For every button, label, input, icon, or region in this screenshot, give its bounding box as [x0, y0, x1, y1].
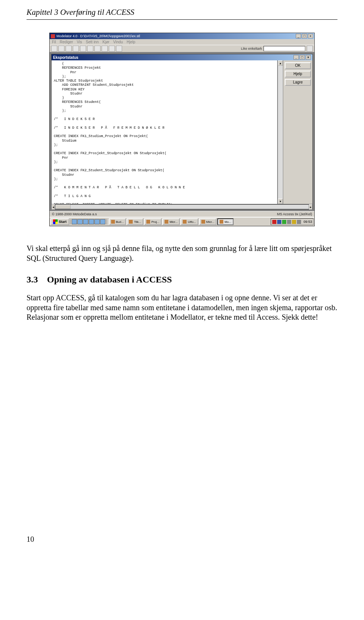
dialog-button-panel: OK Hjelp Lagre — [283, 60, 312, 204]
status-target: MS Access 9x (Jet/Kel) — [277, 212, 312, 216]
paragraph-intro: Vi skal etterpå gå inn og sjå på denne f… — [27, 244, 337, 263]
menu-item[interactable]: Sett inn — [86, 40, 99, 44]
task-icon — [111, 220, 115, 224]
horizontal-scrollbar[interactable]: ◄ ► — [52, 204, 312, 209]
app-status-bar: © 1988-2000 MetodeData a.s MS Access 9x … — [50, 211, 314, 217]
export-status-window: Eksportstatus _ □ × ( REFERENCES Prosjek… — [51, 54, 313, 210]
close-button[interactable]: × — [308, 34, 313, 38]
task-label: Proj... — [151, 220, 159, 224]
hscroll-thumb[interactable] — [55, 205, 71, 209]
taskbar-task-button[interactable]: Mo... — [217, 218, 234, 225]
tray-icon[interactable] — [282, 220, 286, 224]
task-icon — [129, 220, 133, 224]
windows-taskbar: Start Bud...Tilk...Proj...Micr...Utfo...… — [50, 217, 314, 226]
quick-launch-icon[interactable] — [100, 219, 105, 224]
menu-item[interactable]: Fil — [52, 40, 56, 44]
scroll-left-button[interactable]: ◄ — [52, 204, 55, 210]
menu-item[interactable]: Kjør — [102, 40, 109, 44]
quick-launch-icon[interactable] — [94, 219, 100, 224]
app-icon — [51, 34, 55, 38]
quick-launch-icon[interactable] — [77, 219, 83, 224]
toolbar-icon[interactable] — [80, 46, 86, 52]
task-icon — [201, 220, 205, 224]
toolbar-icon[interactable] — [73, 46, 79, 52]
child-minimize-button[interactable]: _ — [293, 55, 299, 60]
scrollbar-track[interactable] — [278, 66, 283, 199]
embedded-screenshot: Modelator 4.0 · D:\DATA\IS_20\MO\oppgave… — [49, 33, 315, 226]
menu-item[interactable]: Rediger — [60, 40, 73, 44]
child-maximize-button[interactable]: □ — [300, 55, 305, 60]
taskbar-task-button[interactable]: Micr... — [162, 218, 180, 225]
paragraph-body: Start opp ACCESS, gå til katalogen som d… — [27, 293, 337, 322]
quick-launch — [70, 219, 107, 224]
help-button[interactable]: Hjelp — [285, 71, 311, 77]
toolbar-icon[interactable] — [66, 46, 72, 52]
toolbar-icon[interactable] — [87, 46, 93, 52]
menu-item[interactable]: Vis — [77, 40, 82, 44]
scroll-down-button[interactable]: ▼ — [278, 199, 283, 204]
menu-bar: Fil Rediger Vis Sett inn Kjør Vindu Hjel… — [50, 39, 314, 45]
task-label: Utfo... — [188, 220, 196, 224]
app-title: Modelator 4.0 · D:\DATA\IS_20\MO\oppgave… — [56, 34, 140, 38]
toolbar-icon[interactable] — [58, 46, 64, 52]
section-number: 3.3 — [27, 275, 38, 285]
toolbar-field-label: Like enkeltark — [241, 47, 262, 50]
tray-icon[interactable] — [292, 220, 296, 224]
save-button[interactable]: Lagre — [285, 79, 311, 86]
toolbar-icon[interactable] — [102, 46, 108, 52]
mdi-area: Eksportstatus _ □ × ( REFERENCES Prosjek… — [50, 52, 314, 211]
task-icon — [220, 220, 223, 224]
tray-icon[interactable] — [277, 220, 281, 224]
system-tray: 09:53 — [271, 218, 314, 225]
task-label: Micr... — [169, 220, 177, 224]
toolbar-icon[interactable] — [116, 46, 122, 52]
task-label: Mo... — [224, 220, 231, 224]
toolbar-icon[interactable] — [94, 46, 100, 52]
taskbar-task-button[interactable]: Tilk... — [127, 218, 143, 225]
child-title: Eksportstatus — [53, 55, 78, 60]
sql-output-pane[interactable]: ( REFERENCES Prosjekt Pnr ); ALTER TABLE… — [52, 60, 278, 204]
taskbar-task-button[interactable]: Micr... — [199, 218, 217, 225]
scroll-up-button[interactable]: ▲ — [278, 60, 283, 66]
menu-item[interactable]: Hjelp — [127, 40, 135, 44]
section-title: Opning av databasen i ACCESS — [47, 275, 172, 284]
section-heading: 3.3Opning av databasen i ACCESS — [27, 275, 337, 285]
tray-clock: 09:53 — [302, 220, 312, 224]
quick-launch-icon[interactable] — [83, 219, 88, 224]
tray-icon[interactable] — [297, 220, 301, 224]
toolbar-icon[interactable] — [307, 46, 313, 52]
tray-icon[interactable] — [272, 220, 276, 224]
toolbar-icon[interactable] — [51, 46, 57, 52]
task-label: Tilk... — [134, 220, 141, 224]
taskbar-task-button[interactable]: Proj... — [144, 218, 162, 225]
page-number: 10 — [27, 535, 34, 543]
maximize-button[interactable]: □ — [302, 34, 307, 38]
app-titlebar: Modelator 4.0 · D:\DATA\IS_20\MO\oppgave… — [50, 33, 314, 39]
child-titlebar: Eksportstatus _ □ × — [52, 54, 312, 60]
chapter-title: Kapittel 3 Overføring til ACCESS — [27, 8, 337, 17]
menu-item[interactable]: Vindu — [113, 40, 123, 44]
taskbar-task-button[interactable]: Bud... — [109, 218, 126, 225]
start-button[interactable]: Start — [50, 218, 69, 225]
task-label: Bud... — [116, 220, 124, 224]
status-copyright: © 1988-2000 MetodeData a.s — [52, 212, 97, 216]
start-label: Start — [59, 220, 67, 224]
toolbar-icon[interactable] — [109, 46, 115, 52]
ok-button[interactable]: OK — [285, 62, 311, 69]
task-icon — [165, 220, 168, 224]
toolbar-field-input[interactable] — [264, 46, 305, 51]
child-close-button[interactable]: × — [306, 55, 311, 60]
quick-launch-icon[interactable] — [72, 219, 77, 224]
quick-launch-icon[interactable] — [89, 219, 94, 224]
tray-icon[interactable] — [287, 220, 291, 224]
taskbar-tasks: Bud...Tilk...Proj...Micr...Utfo...Micr..… — [108, 218, 270, 225]
task-icon — [183, 220, 187, 224]
task-icon — [146, 220, 150, 224]
taskbar-task-button[interactable]: Utfo... — [180, 218, 198, 225]
minimize-button[interactable]: _ — [296, 34, 301, 38]
hscroll-track[interactable] — [55, 204, 309, 209]
windows-logo-icon — [53, 219, 58, 224]
scroll-right-button[interactable]: ► — [309, 204, 312, 210]
vertical-scrollbar[interactable]: ▲ ▼ — [278, 60, 283, 204]
task-label: Micr... — [206, 220, 214, 224]
